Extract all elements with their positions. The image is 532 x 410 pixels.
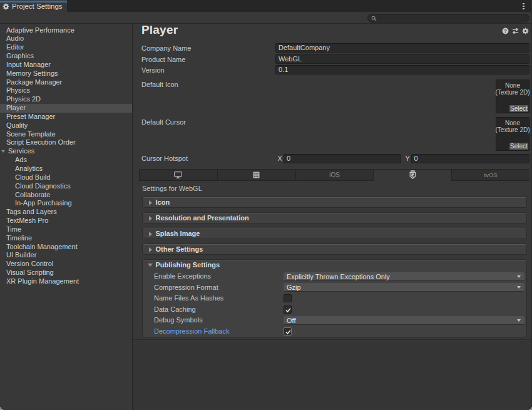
svg-text:?: ? [504, 28, 507, 34]
